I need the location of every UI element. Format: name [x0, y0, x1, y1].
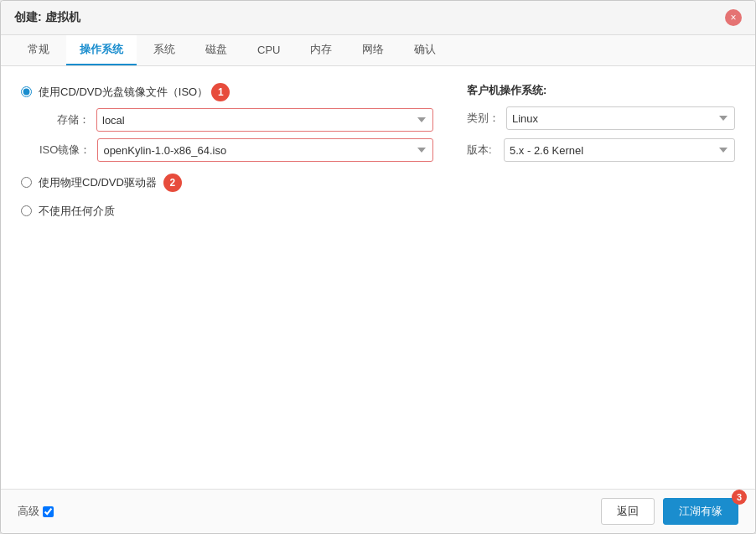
- media-radio-group: 使用CD/DVD光盘镜像文件（ISO） 1 存储： local: [21, 83, 433, 219]
- no-media-radio-button[interactable]: [21, 205, 32, 216]
- physical-option-label: 使用物理CD/DVD驱动器: [39, 175, 157, 190]
- storage-row: 存储： local: [39, 108, 433, 132]
- category-label: 类别：: [467, 111, 500, 126]
- badge-1: 1: [211, 83, 230, 101]
- tab-bar: 常规 操作系统 系统 磁盘 CPU 内存 网络 确认: [1, 35, 755, 66]
- left-panel: 使用CD/DVD光盘镜像文件（ISO） 1 存储： local: [21, 83, 433, 472]
- physical-radio-option: 使用物理CD/DVD驱动器: [21, 175, 157, 190]
- tab-general[interactable]: 常规: [14, 35, 63, 65]
- right-panel: 客户机操作系统: 类别： Linux Windows Other 版本: 5.x…: [467, 83, 735, 472]
- iso-option-label: 使用CD/DVD光盘镜像文件（ISO）: [39, 85, 208, 100]
- category-select[interactable]: Linux Windows Other: [506, 106, 735, 130]
- version-row: 版本: 5.x - 2.6 Kernel 4.x - 3.10 Kernel O…: [467, 138, 735, 162]
- iso-sub-form: 存储： local ISO镜像： openKylin-1.0-x86_64.is…: [39, 108, 433, 162]
- dialog-window: 创建: 虚拟机 × 常规 操作系统 系统 磁盘 CPU 内存 网络 确认 使用C…: [0, 0, 756, 534]
- tab-confirm[interactable]: 确认: [401, 35, 449, 65]
- iso-radio-option: 使用CD/DVD光盘镜像文件（ISO）: [21, 85, 208, 100]
- iso-option-container: 使用CD/DVD光盘镜像文件（ISO） 1 存储： local: [21, 83, 433, 162]
- tab-memory[interactable]: 内存: [297, 35, 345, 65]
- iso-radio-button[interactable]: [21, 86, 32, 97]
- confirm-button[interactable]: 江湖有缘: [663, 498, 738, 525]
- footer-left: 高级: [18, 504, 54, 519]
- confirm-button-wrapper: 江湖有缘 3: [663, 498, 738, 525]
- dialog-footer: 高级 返回 江湖有缘 3: [1, 489, 755, 533]
- tab-os[interactable]: 操作系统: [66, 35, 137, 65]
- dialog-body: 使用CD/DVD光盘镜像文件（ISO） 1 存储： local: [1, 66, 755, 489]
- iso-select[interactable]: openKylin-1.0-x86_64.iso: [97, 138, 433, 162]
- tab-cpu[interactable]: CPU: [244, 37, 293, 65]
- dialog-title: 创建: 虚拟机: [14, 10, 80, 25]
- version-label: 版本:: [467, 143, 497, 158]
- physical-radio-button[interactable]: [21, 177, 32, 188]
- iso-row: ISO镜像： openKylin-1.0-x86_64.iso: [39, 138, 433, 162]
- tab-network[interactable]: 网络: [349, 35, 397, 65]
- titlebar: 创建: 虚拟机 ×: [1, 1, 755, 35]
- guest-os-title: 客户机操作系统:: [467, 83, 735, 98]
- storage-label: 存储：: [39, 112, 90, 127]
- version-select[interactable]: 5.x - 2.6 Kernel 4.x - 3.10 Kernel Other: [504, 138, 735, 162]
- cancel-button[interactable]: 返回: [601, 498, 655, 525]
- advanced-label[interactable]: 高级: [18, 504, 54, 519]
- close-button[interactable]: ×: [725, 9, 742, 26]
- storage-select[interactable]: local: [96, 108, 433, 132]
- iso-option-row: 使用CD/DVD光盘镜像文件（ISO） 1: [21, 83, 433, 101]
- tab-system[interactable]: 系统: [140, 35, 189, 65]
- category-row: 类别： Linux Windows Other: [467, 106, 735, 130]
- tab-disk[interactable]: 磁盘: [192, 35, 241, 65]
- advanced-checkbox[interactable]: [43, 506, 54, 517]
- no-media-option: 不使用任何介质: [21, 204, 433, 219]
- no-media-label: 不使用任何介质: [39, 204, 115, 219]
- physical-option-row: 使用物理CD/DVD驱动器 2: [21, 174, 433, 192]
- iso-label: ISO镜像：: [39, 143, 91, 158]
- badge-2: 2: [163, 174, 182, 192]
- badge-3: 3: [732, 490, 747, 505]
